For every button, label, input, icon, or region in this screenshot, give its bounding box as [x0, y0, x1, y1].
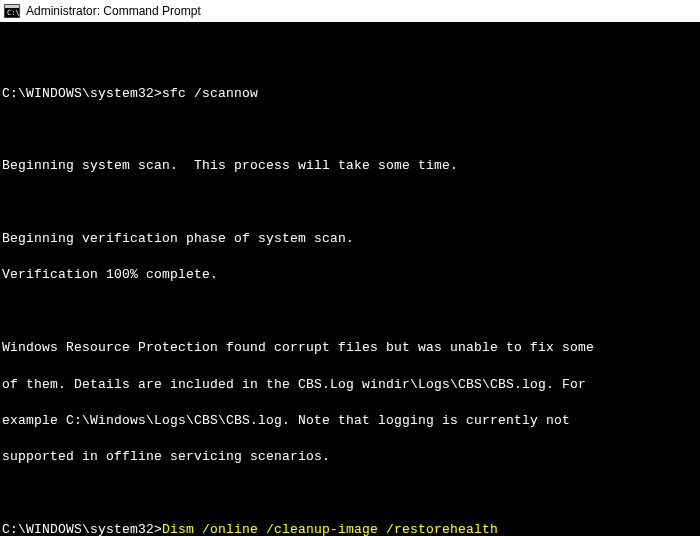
output-text: Beginning system scan. This process will…: [2, 157, 698, 175]
prompt: C:\WINDOWS\system32>: [2, 522, 162, 536]
command-sfc: sfc /scannow: [162, 86, 258, 101]
output-text: example C:\Windows\Logs\CBS\CBS.log. Not…: [2, 412, 698, 430]
window-titlebar[interactable]: C:\ Administrator: Command Prompt: [0, 0, 700, 22]
terminal-output[interactable]: C:\WINDOWS\system32>sfc /scannow Beginni…: [0, 22, 700, 536]
output-text: Beginning verification phase of system s…: [2, 230, 698, 248]
output-text: supported in offline servicing scenarios…: [2, 448, 698, 466]
output-text: Verification 100% complete.: [2, 266, 698, 284]
prompt: C:\WINDOWS\system32>: [2, 86, 162, 101]
command-dism: Dism /online /cleanup-image /restoreheal…: [162, 522, 498, 536]
svg-text:C:\: C:\: [7, 9, 20, 17]
output-text: of them. Details are included in the CBS…: [2, 376, 698, 394]
window-title: Administrator: Command Prompt: [26, 4, 201, 18]
cmd-icon: C:\: [4, 4, 20, 18]
output-text: Windows Resource Protection found corrup…: [2, 339, 698, 357]
svg-rect-1: [5, 5, 19, 8]
